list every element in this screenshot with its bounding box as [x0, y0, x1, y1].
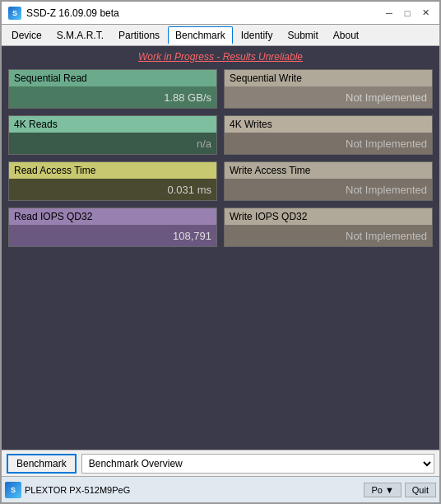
- read-access-time-cell: Read Access Time 0.031 ms: [8, 161, 217, 201]
- taskbar-right-controls: Po ▼ Quit: [364, 483, 436, 497]
- bottom-bar: Benchmark Benchmark Overview: [2, 450, 439, 476]
- write-access-time-cell: Write Access Time Not Implemented: [224, 161, 433, 201]
- menu-bar: Device S.M.A.R.T. Partitions Benchmark I…: [2, 25, 439, 46]
- benchmark-button[interactable]: Benchmark: [7, 454, 77, 474]
- 4k-reads-value: n/a: [9, 133, 216, 154]
- write-access-time-value: Not Implemented: [225, 179, 432, 200]
- 4k-writes-value: Not Implemented: [225, 133, 432, 154]
- menu-submit[interactable]: Submit: [281, 27, 324, 44]
- menu-partitions[interactable]: Partitions: [112, 27, 166, 44]
- sequential-write-value: Not Implemented: [225, 86, 432, 108]
- 4k-reads-cell: 4K Reads n/a: [8, 115, 217, 155]
- maximize-button[interactable]: □: [400, 7, 415, 20]
- sequential-read-value: 1.88 GB/s: [9, 86, 216, 108]
- read-access-time-value: 0.031 ms: [9, 179, 216, 200]
- title-bar-controls: ─ □ ✕: [382, 7, 433, 20]
- power-button[interactable]: Po ▼: [364, 483, 401, 497]
- close-button[interactable]: ✕: [418, 7, 433, 20]
- sequential-read-header: Sequential Read: [9, 70, 216, 86]
- read-iops-cell: Read IOPS QD32 108,791: [8, 208, 217, 247]
- menu-device[interactable]: Device: [5, 27, 49, 44]
- write-iops-value: Not Implemented: [225, 225, 432, 246]
- read-access-time-header: Read Access Time: [9, 162, 216, 179]
- write-iops-header: Write IOPS QD32: [225, 208, 432, 225]
- sequential-write-header: Sequential Write: [225, 70, 432, 86]
- sequential-read-cell: Sequential Read 1.88 GB/s: [8, 69, 217, 109]
- title-bar: S SSD-Z 16.09.09 beta ─ □ ✕: [2, 2, 439, 25]
- benchmark-overview-select[interactable]: Benchmark Overview: [81, 454, 434, 474]
- write-iops-cell: Write IOPS QD32 Not Implemented: [224, 208, 433, 247]
- work-in-progress-label: Work in Progress - Results Unreliable: [8, 51, 433, 63]
- 4k-writes-cell: 4K Writes Not Implemented: [224, 115, 433, 155]
- quit-button[interactable]: Quit: [405, 483, 436, 497]
- menu-benchmark[interactable]: Benchmark: [168, 26, 233, 44]
- taskbar-label: PLEXTOR PX-512M9PeG: [25, 485, 360, 495]
- benchmark-grid: Sequential Read 1.88 GB/s Sequential Wri…: [8, 69, 433, 247]
- 4k-writes-header: 4K Writes: [225, 116, 432, 133]
- write-access-time-header: Write Access Time: [225, 162, 432, 179]
- read-iops-header: Read IOPS QD32: [9, 208, 216, 225]
- menu-smart[interactable]: S.M.A.R.T.: [50, 27, 110, 44]
- taskbar-app-icon: S: [5, 482, 21, 498]
- title-bar-text: SSD-Z 16.09.09 beta: [26, 7, 119, 19]
- menu-identify[interactable]: Identify: [234, 27, 280, 44]
- read-iops-value: 108,791: [9, 225, 216, 246]
- taskbar: S PLEXTOR PX-512M9PeG Po ▼ Quit: [2, 476, 439, 502]
- minimize-button[interactable]: ─: [382, 7, 397, 20]
- menu-about[interactable]: About: [327, 27, 365, 44]
- app-icon: S: [8, 7, 21, 20]
- sequential-write-cell: Sequential Write Not Implemented: [224, 69, 433, 109]
- content-area: Work in Progress - Results Unreliable Se…: [2, 46, 439, 450]
- 4k-reads-header: 4K Reads: [9, 116, 216, 133]
